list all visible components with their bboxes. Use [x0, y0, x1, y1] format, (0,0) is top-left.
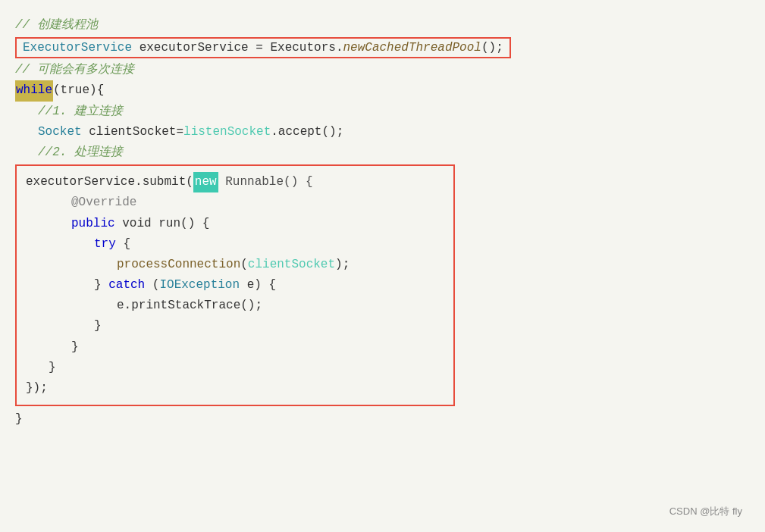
code-container: // 创建线程池 ExecutorService executorService… — [0, 0, 765, 532]
comment-multiple-connections: // 可能会有多次连接 — [15, 60, 742, 80]
watermark: CSDN @比特 fly — [669, 505, 742, 518]
override-annotation: @Override — [26, 192, 444, 213]
close-catch-brace: } — [26, 316, 444, 336]
public-run-line: public void run() { — [26, 214, 444, 234]
comment-create-pool: // 创建线程池 — [15, 15, 742, 36]
while-loop-line: while(true){ — [15, 80, 742, 101]
highlight-box-2: executorService.submit(new Runnable() { … — [15, 164, 455, 406]
close-runnable-brace: } — [26, 358, 444, 378]
socket-line: Socket clientSocket=listenSocket.accept(… — [15, 122, 742, 142]
close-while-brace: } — [15, 409, 742, 430]
comment-establish-connection: //1. 建立连接 — [15, 102, 742, 122]
executor-service-line: ExecutorService executorService = Execut… — [23, 41, 503, 55]
try-line: try { — [26, 234, 444, 255]
highlight-box-1: ExecutorService executorService = Execut… — [15, 37, 511, 58]
close-submit-line: }); — [26, 378, 444, 399]
catch-line: } catch (IOException e) { — [26, 275, 444, 296]
close-run-brace: } — [26, 337, 444, 358]
executor-submit-line: executorService.submit(new Runnable() { — [26, 172, 444, 192]
process-connection-line: processConnection(clientSocket); — [26, 255, 444, 275]
print-stacktrace-line: e.printStackTrace(); — [26, 296, 444, 316]
comment-handle-connection: //2. 处理连接 — [15, 142, 742, 163]
